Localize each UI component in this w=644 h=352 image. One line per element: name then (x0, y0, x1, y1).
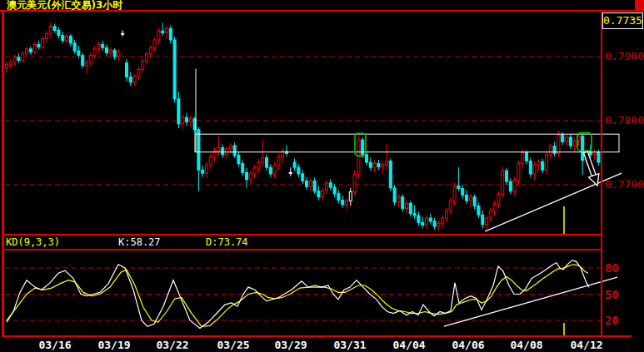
chart-window: 澳元美元(外汇交易)3小时 0.7735 KD(9,3,3) K:58.27 D… (0, 0, 644, 352)
price-axis-label: 0.7700 (605, 179, 644, 191)
date-tick-label: 03/25 (217, 340, 249, 351)
last-price-box: 0.7735 (602, 12, 643, 29)
date-tick-label: 03/22 (156, 340, 188, 351)
frame-left (2, 10, 4, 337)
trendline-kd (444, 277, 617, 326)
separator-bottom (2, 335, 632, 337)
date-tick-label: 04/12 (570, 340, 602, 351)
separator-main-bottom (2, 234, 602, 235)
down-arrow (584, 151, 597, 176)
date-tick-label: 04/06 (452, 340, 484, 351)
price-axis-label: 0.7800 (605, 115, 644, 126)
kd-axis-label: 20 (605, 315, 619, 326)
price-axis-label: 0.7900 (605, 51, 644, 62)
d-value-label: D:73.74 (206, 237, 248, 248)
kd-axis-label: 50 (605, 289, 619, 300)
k-value-label: K:58.27 (118, 237, 161, 248)
date-tick-label: 03/29 (274, 340, 307, 351)
date-tick-label: 03/19 (97, 340, 130, 351)
date-tick-label: 04/04 (392, 340, 425, 351)
signal-highlight-box (577, 133, 592, 151)
candles (6, 22, 600, 230)
date-tick-label: 03/31 (333, 340, 366, 351)
frame-top (0, 10, 644, 12)
date-tick-label: 03/16 (38, 340, 71, 351)
separator-kd-top (2, 249, 602, 250)
kd-axis-label: 80 (605, 262, 619, 274)
chart-canvas (0, 0, 644, 352)
indicator-name-label[interactable]: KD(9,3,3) (6, 237, 60, 248)
price-axis-line (601, 11, 602, 336)
date-tick-label: 04/08 (510, 340, 542, 351)
